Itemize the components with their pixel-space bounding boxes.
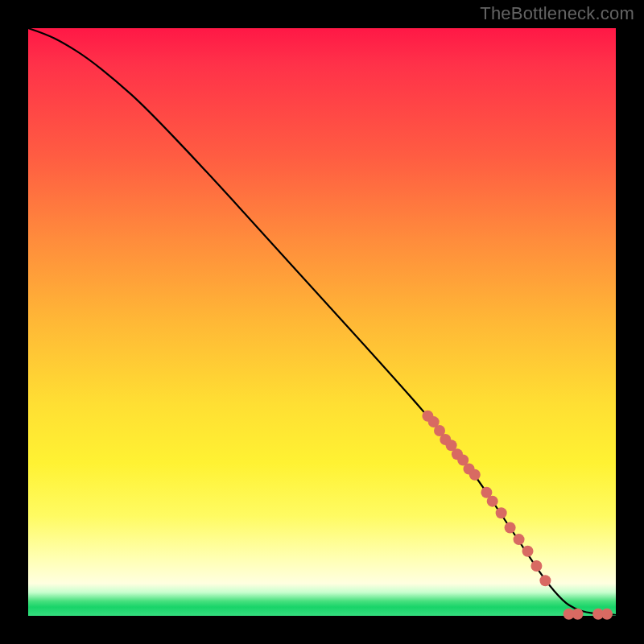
plot-area [28, 28, 616, 616]
marker-dot [522, 546, 534, 557]
marker-dot [601, 609, 613, 620]
marker-dot [572, 609, 584, 620]
marker-dot [514, 534, 525, 545]
markers-group [422, 411, 613, 620]
marker-dot [487, 496, 498, 507]
chart-wrapper: TheBottleneck.com [0, 0, 644, 644]
marker-dot [496, 507, 507, 518]
marker-dot [539, 575, 551, 586]
performance-curve [28, 28, 616, 615]
chart-svg [28, 28, 616, 616]
marker-dot [469, 469, 481, 481]
marker-dot [530, 560, 542, 572]
marker-dot [505, 522, 516, 534]
attribution-label: TheBottleneck.com [480, 3, 634, 24]
